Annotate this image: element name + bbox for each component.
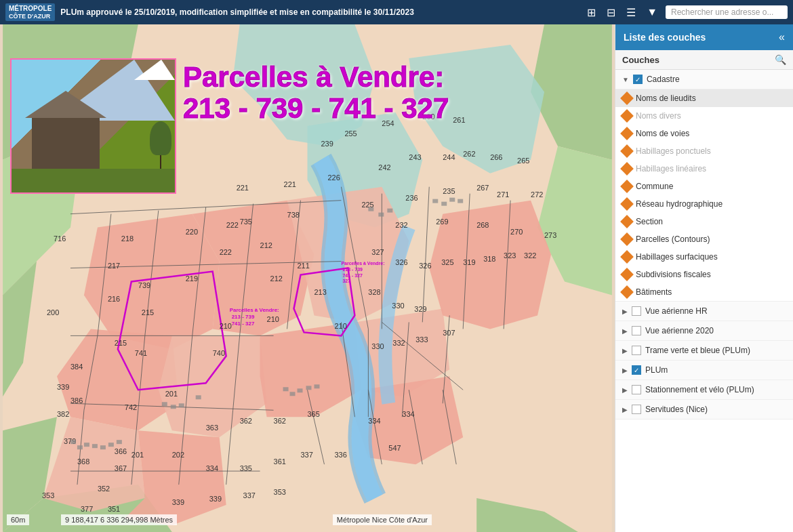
plum-checkbox[interactable] (632, 365, 641, 375)
svg-text:353: 353 (274, 488, 286, 496)
svg-text:353: 353 (42, 491, 54, 499)
svg-text:361: 361 (274, 457, 286, 466)
map-attribution: Métropole Nice Côte d'Azur (333, 514, 432, 525)
plum-group[interactable]: ▶ PLUm (615, 361, 793, 380)
cadastre-checkbox[interactable] (633, 75, 643, 84)
layer-item[interactable]: Noms de lieudits (615, 89, 793, 107)
layers-search-icon[interactable]: 🔍 (775, 54, 786, 65)
app-header: MÉTROPOLE CÔTE D'AZUR PLUm approuvé le 2… (0, 0, 793, 24)
right-panel: Liste des couches « Couches 🔍 ▼ Cadastre… (615, 24, 793, 532)
svg-text:339: 339 (172, 498, 184, 506)
servitudes-group[interactable]: ▶ Servitudes (Nice) (615, 400, 793, 420)
trame-verte-checkbox[interactable] (632, 346, 641, 355)
plum-arrow: ▶ (622, 367, 628, 374)
svg-text:239: 239 (321, 140, 333, 148)
svg-text:351: 351 (108, 505, 120, 513)
layer-item[interactable]: Commune (615, 178, 793, 195)
layer-item[interactable]: Habillages surfaciques (615, 248, 793, 266)
svg-text:267: 267 (476, 184, 489, 192)
svg-text:325: 325 (441, 258, 453, 266)
cadastre-arrow: ▼ (622, 76, 629, 83)
svg-text:307: 307 (443, 329, 455, 337)
vue-aerienne-hr-group[interactable]: ▶ Vue aérienne HR (615, 302, 793, 321)
svg-text:323: 323 (504, 251, 516, 260)
svg-text:318: 318 (483, 255, 495, 263)
vue-aerienne-hr-checkbox[interactable] (632, 306, 641, 316)
svg-text:202: 202 (172, 451, 184, 459)
svg-text:367: 367 (115, 464, 127, 472)
layer-item[interactable]: Bâtiments (615, 283, 793, 301)
svg-rect-172 (100, 445, 106, 449)
svg-rect-157 (290, 392, 296, 396)
svg-text:222: 222 (220, 248, 232, 256)
svg-text:272: 272 (531, 190, 543, 199)
svg-text:365: 365 (308, 410, 320, 418)
svg-rect-163 (387, 209, 392, 213)
layer-item[interactable]: Section (615, 213, 793, 230)
svg-text:330: 330 (392, 302, 404, 310)
layer-item[interactable]: Subdivisions fiscales (615, 266, 793, 283)
svg-text:329: 329 (414, 305, 426, 313)
svg-text:232: 232 (395, 221, 407, 229)
vue-aerienne-2020-arrow: ▶ (622, 327, 628, 335)
trame-verte-group[interactable]: ▶ Trame verte et bleue (PLUm) (615, 341, 793, 361)
svg-text:213 - 739: 213 - 739 (342, 267, 363, 272)
header-title: PLUm approuvé le 25/10/2019, modificatio… (60, 7, 579, 17)
svg-text:339: 339 (57, 383, 69, 391)
search-box[interactable]: Rechercher une adresse o... (666, 5, 788, 19)
coordinates-text: 9 188,417 6 336 294,998 Mètres (65, 516, 173, 524)
svg-rect-154 (179, 403, 184, 407)
svg-rect-166 (449, 198, 455, 202)
svg-text:271: 271 (497, 190, 509, 199)
vue-aerienne-2020-group[interactable]: ▶ Vue aérienne 2020 (615, 321, 793, 341)
svg-text:226: 226 (327, 173, 340, 182)
layers-icon-btn[interactable]: ⊞ (584, 5, 598, 20)
svg-text:741: 741 (135, 349, 147, 357)
svg-text:270: 270 (510, 228, 523, 236)
svg-text:363: 363 (206, 424, 218, 432)
search-placeholder: Rechercher une adresse o... (671, 7, 773, 17)
layer-item[interactable]: Habillages linéaires (615, 160, 793, 178)
svg-rect-160 (314, 384, 319, 388)
stationnement-arrow: ▶ (622, 386, 628, 394)
svg-text:220: 220 (186, 228, 198, 236)
svg-text:269: 269 (436, 218, 448, 226)
svg-text:741 - 327: 741 - 327 (342, 273, 363, 278)
layer-item[interactable]: Noms divers (615, 107, 793, 125)
dropdown-icon-btn[interactable]: ▼ (644, 5, 660, 20)
svg-text:738: 738 (287, 211, 300, 219)
layer-icon (620, 162, 634, 176)
svg-text:326: 326 (419, 262, 431, 270)
svg-text:547: 547 (388, 444, 401, 452)
stationnement-checkbox[interactable] (632, 385, 641, 394)
svg-text:211: 211 (298, 262, 310, 270)
svg-text:337: 337 (301, 451, 313, 459)
cadastre-group: ▼ Cadastre Noms de lieudits Noms divers … (615, 70, 793, 302)
stationnement-group[interactable]: ▶ Stationnement et vélo (PLUm) (615, 380, 793, 400)
svg-text:337: 337 (243, 491, 256, 499)
grid-icon-btn[interactable]: ⊟ (604, 5, 618, 20)
header-icons: ⊞ ⊟ ☰ ▼ Rechercher une adresse o... (584, 5, 788, 20)
vue-aerienne-2020-checkbox[interactable] (632, 326, 641, 335)
layer-icon (620, 215, 634, 228)
svg-text:236: 236 (405, 194, 418, 202)
svg-text:255: 255 (344, 129, 357, 138)
svg-text:210: 210 (267, 315, 279, 323)
menu-icon-btn[interactable]: ☰ (624, 5, 638, 20)
svg-text:740: 740 (213, 349, 225, 357)
layer-item[interactable]: Parcelles (Contours) (615, 230, 793, 248)
layer-icon (620, 144, 634, 158)
svg-text:368: 368 (77, 457, 89, 466)
map-area[interactable]: 716 200 218 217 216 215 215 739 741 219 … (0, 24, 615, 532)
servitudes-checkbox[interactable] (632, 405, 641, 414)
svg-rect-155 (196, 395, 201, 399)
cadastre-group-header[interactable]: ▼ Cadastre (615, 70, 793, 89)
svg-text:216: 216 (108, 295, 120, 303)
layer-icon (620, 250, 634, 264)
collapse-panel-button[interactable]: « (779, 31, 785, 43)
svg-rect-164 (432, 199, 438, 203)
layer-item[interactable]: Réseau hydrographique (615, 195, 793, 213)
layer-item[interactable]: Habillages ponctuels (615, 142, 793, 160)
layer-item[interactable]: Noms de voies (615, 125, 793, 142)
panel-header: Liste des couches « (615, 24, 793, 50)
